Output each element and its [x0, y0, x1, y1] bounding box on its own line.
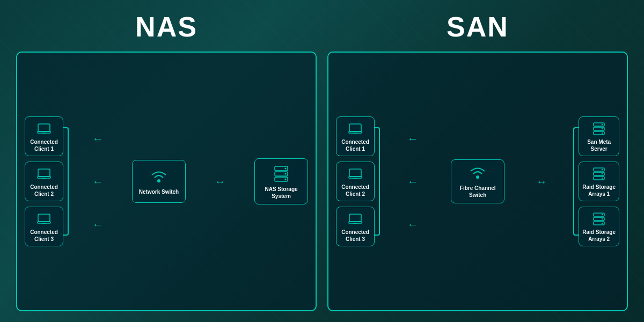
san-bracket [375, 127, 380, 236]
svg-point-29 [602, 124, 603, 125]
san-laptop-icon-3 [348, 211, 363, 226]
svg-point-13 [285, 168, 287, 170]
svg-point-30 [602, 128, 603, 129]
nas-arrows-right: ↔ [211, 175, 229, 188]
nas-section: NAS ConnectedClient 1 [16, 11, 317, 311]
raid-icon-1 [591, 166, 606, 181]
svg-point-9 [157, 179, 160, 182]
wifi-icon [149, 169, 169, 186]
svg-point-35 [602, 169, 603, 170]
main-layout: NAS ConnectedClient 1 [0, 0, 644, 322]
svg-rect-22 [349, 214, 361, 222]
laptop-icon-1 [36, 121, 52, 136]
nas-arrow-3: ← [92, 206, 103, 243]
san-arrow-2: ← [407, 163, 418, 200]
nas-client-1-label: ConnectedClient 1 [30, 138, 58, 152]
fibre-wifi-icon [468, 165, 487, 182]
san-arrows-right: ↔ [534, 175, 549, 188]
san-client-1-label: ConnectedClient 1 [341, 138, 369, 152]
nas-storage-label: NAS StorageSystem [265, 186, 297, 200]
nas-arrow-2: ← [92, 163, 103, 200]
svg-point-31 [602, 133, 603, 134]
server-icon-1 [591, 121, 606, 136]
nas-client-1-box: ConnectedClient 1 [25, 116, 63, 156]
san-storage-col: San MetaServer Raid StorageArrays 1 [579, 116, 619, 246]
san-client-3-label: ConnectedClient 3 [341, 229, 369, 243]
san-meta-label: San MetaServer [587, 138, 611, 152]
nas-client-2-box: ConnectedClient 2 [25, 162, 63, 201]
san-laptop-icon-2 [348, 166, 363, 181]
laptop-icon-2 [36, 166, 52, 181]
svg-rect-19 [349, 169, 361, 177]
svg-rect-0 [38, 124, 50, 131]
san-diagram-box: ConnectedClient 1 ConnectedClient 2 [327, 52, 628, 311]
nas-client-3-label: ConnectedClient 3 [30, 229, 58, 243]
svg-point-42 [602, 218, 603, 219]
raid-1-box: Raid StorageArrays 1 [579, 162, 619, 201]
san-title: SAN [447, 11, 509, 43]
san-switch-box: Fibre ChannelSwitch [451, 159, 504, 203]
svg-point-37 [602, 178, 603, 179]
svg-point-36 [602, 173, 603, 174]
laptop-icon-3 [36, 211, 52, 226]
svg-rect-3 [38, 169, 50, 177]
svg-rect-6 [38, 214, 50, 222]
san-client-2-box: ConnectedClient 2 [336, 162, 375, 201]
raid-1-label: Raid StorageArrays 1 [582, 184, 616, 197]
nas-title: NAS [135, 11, 197, 43]
raid-2-box: Raid StorageArrays 2 [579, 207, 619, 246]
raid-icon-2 [591, 211, 606, 226]
nas-switch-box: Network Switch [132, 160, 186, 203]
nas-clients-col: ConnectedClient 1 ConnectedClient 2 [25, 116, 63, 246]
san-switch-label: Fibre ChannelSwitch [460, 185, 496, 199]
san-client-2-label: ConnectedClient 2 [341, 184, 369, 197]
svg-point-41 [602, 214, 603, 215]
san-section: SAN ConnectedClient 1 [327, 11, 628, 311]
san-client-3-box: ConnectedClient 3 [336, 207, 375, 246]
san-clients-col: ConnectedClient 1 ConnectedClient 2 [336, 116, 375, 246]
san-storage-bracket [573, 127, 579, 236]
nas-client-2-label: ConnectedClient 2 [30, 184, 58, 197]
san-meta-server-box: San MetaServer [579, 116, 619, 156]
svg-point-25 [476, 175, 479, 179]
san-arrows-left: ← ← ← [404, 120, 421, 243]
san-client-1-box: ConnectedClient 1 [336, 116, 375, 156]
nas-arrow-dbl: ↔ [215, 175, 225, 188]
nas-client-3-box: ConnectedClient 3 [25, 207, 63, 246]
svg-rect-16 [349, 124, 361, 131]
svg-point-15 [285, 179, 287, 180]
nas-switch-label: Network Switch [139, 188, 179, 195]
san-arrow-1: ← [407, 120, 418, 157]
nas-storage-box: NAS StorageSystem [254, 158, 308, 204]
san-arrow-dbl: ↔ [536, 175, 547, 188]
svg-point-14 [285, 173, 287, 175]
nas-diagram-box: ConnectedClient 1 ConnectedClient 2 [16, 52, 317, 311]
raid-2-label: Raid StorageArrays 2 [582, 229, 616, 243]
nas-arrow-1: ← [92, 120, 103, 157]
san-arrow-3: ← [407, 206, 418, 243]
svg-point-43 [602, 223, 603, 224]
nas-bracket [63, 127, 69, 236]
nas-arrows-left: ← ← ← [89, 120, 106, 243]
storage-icon [272, 164, 291, 184]
san-laptop-icon-1 [348, 121, 363, 136]
